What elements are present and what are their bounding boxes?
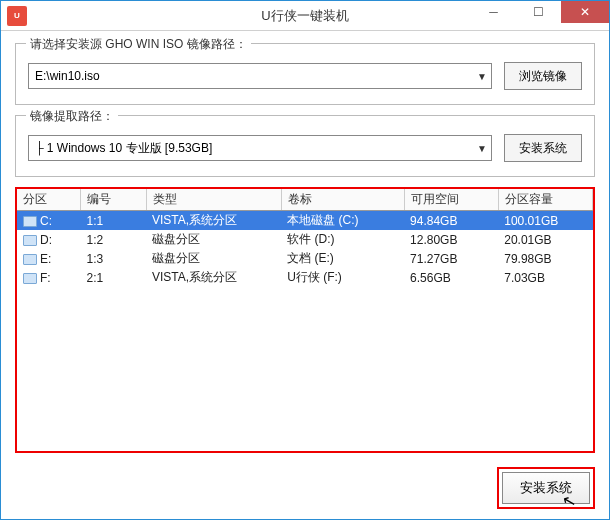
partition-table: 分区 编号 类型 卷标 可用空间 分区容量 C:1:1VISTA,系统分区本地磁… — [17, 189, 593, 287]
content-area: 请选择安装源 GHO WIN ISO 镜像路径： E:\win10.iso ▼ … — [1, 31, 609, 519]
partition-table-wrap: 分区 编号 类型 卷标 可用空间 分区容量 C:1:1VISTA,系统分区本地磁… — [15, 187, 595, 453]
window-title: U行侠一键装机 — [261, 7, 348, 25]
cell-free: 94.84GB — [404, 211, 498, 231]
cell-number: 1:2 — [80, 230, 146, 249]
cell-type: VISTA,系统分区 — [146, 268, 281, 287]
cell-volume: 本地磁盘 (C:) — [281, 211, 404, 231]
cell-partition: F: — [17, 268, 80, 287]
cell-partition: E: — [17, 249, 80, 268]
cell-capacity: 20.01GB — [498, 230, 592, 249]
maximize-button[interactable]: ☐ — [516, 1, 561, 23]
cell-capacity: 100.01GB — [498, 211, 592, 231]
app-icon: U — [7, 6, 27, 26]
table-row[interactable]: D:1:2磁盘分区软件 (D:)12.80GB20.01GB — [17, 230, 593, 249]
cell-partition: C: — [17, 211, 80, 231]
drive-icon — [23, 254, 37, 265]
table-row[interactable]: C:1:1VISTA,系统分区本地磁盘 (C:)94.84GB100.01GB — [17, 211, 593, 231]
drive-icon — [23, 216, 37, 227]
header-capacity[interactable]: 分区容量 — [498, 189, 592, 211]
app-window: U U行侠一键装机 ─ ☐ ✕ 请选择安装源 GHO WIN ISO 镜像路径：… — [0, 0, 610, 520]
header-free[interactable]: 可用空间 — [404, 189, 498, 211]
extract-path-label: 镜像提取路径： — [26, 108, 118, 125]
titlebar: U U行侠一键装机 ─ ☐ ✕ — [1, 1, 609, 31]
minimize-button[interactable]: ─ — [471, 1, 516, 23]
header-volume[interactable]: 卷标 — [281, 189, 404, 211]
extract-path-group: 镜像提取路径： ├ 1 Windows 10 专业版 [9.53GB] ▼ 安装… — [15, 115, 595, 177]
close-button[interactable]: ✕ — [561, 1, 609, 23]
cell-free: 12.80GB — [404, 230, 498, 249]
header-partition[interactable]: 分区 — [17, 189, 80, 211]
extract-path-value: ├ 1 Windows 10 专业版 [9.53GB] — [35, 140, 212, 157]
cell-type: 磁盘分区 — [146, 249, 281, 268]
browse-iso-button[interactable]: 浏览镜像 — [504, 62, 582, 90]
drive-icon — [23, 235, 37, 246]
window-controls: ─ ☐ ✕ — [471, 1, 609, 30]
iso-source-group: 请选择安装源 GHO WIN ISO 镜像路径： E:\win10.iso ▼ … — [15, 43, 595, 105]
drive-icon — [23, 273, 37, 284]
cell-partition: D: — [17, 230, 80, 249]
cell-number: 1:1 — [80, 211, 146, 231]
footer: 安装系统 ↖ — [15, 463, 595, 509]
cell-number: 2:1 — [80, 268, 146, 287]
cell-volume: 文档 (E:) — [281, 249, 404, 268]
iso-source-label: 请选择安装源 GHO WIN ISO 镜像路径： — [26, 36, 251, 53]
iso-path-select[interactable]: E:\win10.iso ▼ — [28, 63, 492, 89]
cell-volume: 软件 (D:) — [281, 230, 404, 249]
table-row[interactable]: E:1:3磁盘分区文档 (E:)71.27GB79.98GB — [17, 249, 593, 268]
install-button-highlight: 安装系统 ↖ — [497, 467, 595, 509]
cell-volume: U行侠 (F:) — [281, 268, 404, 287]
header-type[interactable]: 类型 — [146, 189, 281, 211]
install-system-button-top[interactable]: 安装系统 — [504, 134, 582, 162]
install-system-button[interactable]: 安装系统 — [502, 472, 590, 504]
cell-free: 6.56GB — [404, 268, 498, 287]
chevron-down-icon: ▼ — [477, 143, 487, 154]
header-number[interactable]: 编号 — [80, 189, 146, 211]
iso-path-value: E:\win10.iso — [35, 69, 100, 83]
chevron-down-icon: ▼ — [477, 71, 487, 82]
table-header-row: 分区 编号 类型 卷标 可用空间 分区容量 — [17, 189, 593, 211]
cell-type: 磁盘分区 — [146, 230, 281, 249]
cell-free: 71.27GB — [404, 249, 498, 268]
cell-type: VISTA,系统分区 — [146, 211, 281, 231]
extract-path-select[interactable]: ├ 1 Windows 10 专业版 [9.53GB] ▼ — [28, 135, 492, 161]
cell-capacity: 7.03GB — [498, 268, 592, 287]
table-row[interactable]: F:2:1VISTA,系统分区U行侠 (F:)6.56GB7.03GB — [17, 268, 593, 287]
cell-capacity: 79.98GB — [498, 249, 592, 268]
cell-number: 1:3 — [80, 249, 146, 268]
